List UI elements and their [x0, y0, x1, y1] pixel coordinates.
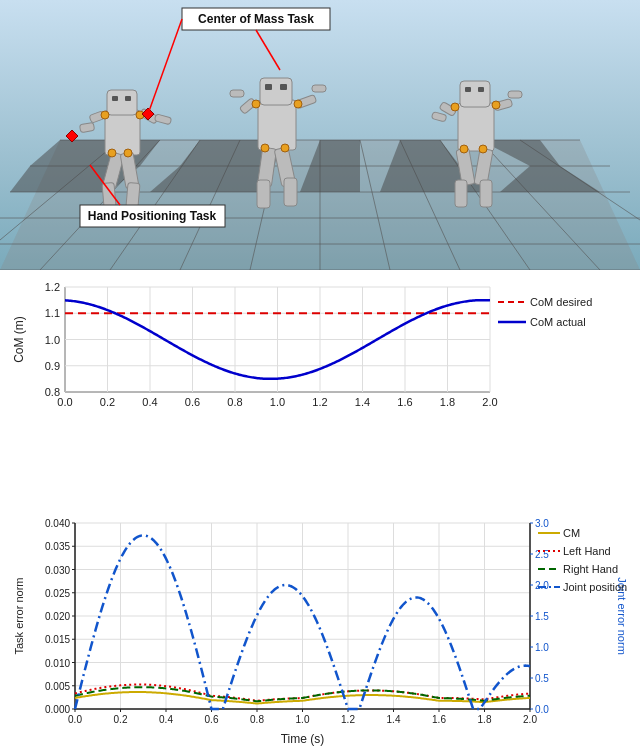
svg-rect-39: [112, 96, 118, 101]
svg-rect-71: [465, 87, 471, 92]
svg-rect-38: [107, 90, 137, 115]
main-container: Center of Mass Task Hand Positioning Tas…: [0, 0, 640, 756]
svg-point-68: [281, 144, 289, 152]
svg-rect-78: [455, 180, 467, 207]
svg-point-65: [252, 100, 260, 108]
com-chart: [10, 275, 630, 509]
svg-rect-56: [280, 84, 287, 90]
svg-rect-76: [508, 91, 522, 98]
svg-rect-69: [458, 103, 494, 151]
svg-point-52: [124, 149, 132, 157]
com-chart-canvas: [10, 275, 630, 430]
svg-point-51: [108, 149, 116, 157]
error-chart: [10, 511, 630, 751]
error-chart-canvas: [10, 511, 630, 751]
robot-svg: Center of Mass Task Hand Positioning Tas…: [0, 0, 640, 270]
svg-rect-37: [105, 110, 140, 155]
svg-rect-54: [260, 78, 292, 105]
com-annotation-text: Center of Mass Task: [198, 12, 314, 26]
svg-point-49: [101, 111, 109, 119]
svg-rect-60: [312, 85, 326, 92]
svg-point-66: [294, 100, 302, 108]
svg-point-82: [492, 101, 500, 109]
svg-point-67: [261, 144, 269, 152]
svg-marker-34: [300, 166, 360, 192]
svg-point-84: [479, 145, 487, 153]
svg-rect-62: [257, 180, 270, 208]
svg-rect-72: [478, 87, 484, 92]
robot-visualization: Center of Mass Task Hand Positioning Tas…: [0, 0, 640, 270]
svg-rect-70: [460, 81, 490, 107]
svg-point-83: [460, 145, 468, 153]
svg-rect-55: [265, 84, 272, 90]
svg-rect-80: [480, 180, 492, 207]
svg-rect-40: [125, 96, 131, 101]
charts-area: [0, 270, 640, 756]
hand-annotation-text: Hand Positioning Task: [88, 209, 217, 223]
svg-rect-58: [230, 90, 244, 97]
svg-rect-64: [284, 178, 297, 206]
svg-point-81: [451, 103, 459, 111]
svg-rect-53: [258, 100, 296, 150]
